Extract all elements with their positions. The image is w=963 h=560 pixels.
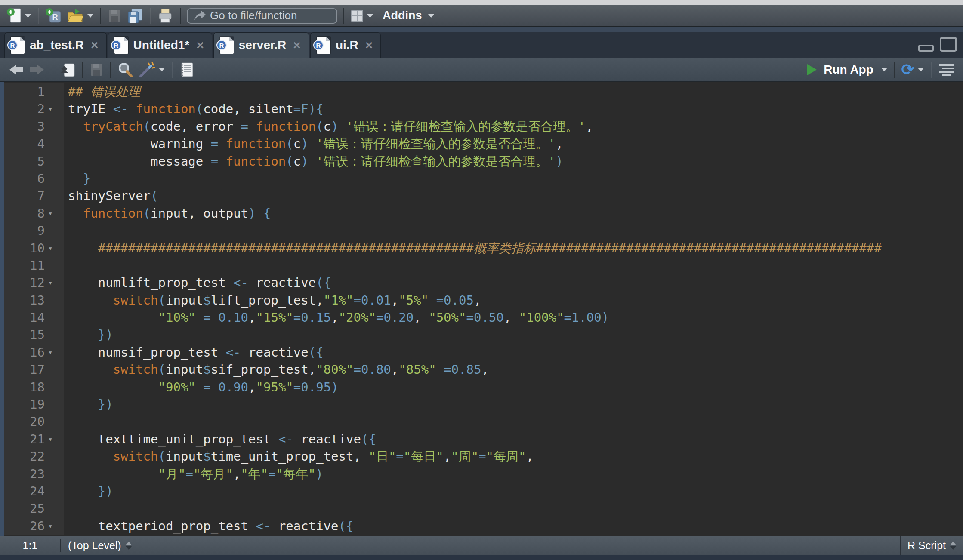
scope-selector[interactable]: (Top Level): [61, 539, 132, 552]
open-folder-icon: [67, 8, 84, 24]
document-outline-button[interactable]: [935, 62, 957, 77]
code-text[interactable]: textperiod_prop_test <- reactive({: [64, 517, 963, 535]
new-project-button[interactable]: R: [43, 6, 64, 25]
code-line[interactable]: 3 tryCatch(code, error = function(c) '错误…: [4, 118, 963, 135]
code-text[interactable]: }): [64, 326, 963, 343]
tab-untitled1-[interactable]: RUntitled1*×: [108, 32, 212, 58]
gutter-cell: 3: [4, 118, 64, 135]
code-line[interactable]: 8▾ function(input, output) {: [4, 205, 963, 222]
open-file-button[interactable]: [64, 7, 96, 25]
code-line[interactable]: 10▾ ####################################…: [4, 240, 963, 257]
save-button[interactable]: [105, 7, 124, 25]
code-text[interactable]: ## 错误处理: [64, 83, 963, 100]
code-text[interactable]: switch(input$sif_prop_test,"80%"=0.80,"8…: [64, 361, 963, 378]
fold-arrow-icon[interactable]: ▾: [48, 431, 64, 448]
code-area[interactable]: 1## 错误处理2▾tryIE <- function(code, silent…: [4, 83, 963, 535]
fold-arrow-icon[interactable]: ▾: [48, 274, 64, 291]
tab-ab-test-r[interactable]: Rab_test.R×: [4, 32, 107, 58]
reload-app-button[interactable]: ⟳: [899, 61, 926, 79]
code-text[interactable]: tryCatch(code, error = function(c) '错误：请…: [64, 118, 963, 135]
tab-ui-r[interactable]: Rui.R×: [310, 32, 381, 58]
find-replace-button[interactable]: [115, 61, 136, 79]
code-text[interactable]: }): [64, 483, 963, 500]
code-line[interactable]: 25: [4, 500, 963, 517]
line-number: 25: [4, 500, 48, 517]
code-line[interactable]: 2▾tryIE <- function(code, silent=F){: [4, 100, 963, 117]
code-line[interactable]: 20: [4, 413, 963, 430]
code-line[interactable]: 12▾ numlift_prop_test <- reactive({: [4, 274, 963, 291]
code-editor[interactable]: 1## 错误处理2▾tryIE <- function(code, silent…: [0, 82, 963, 536]
code-line[interactable]: 11: [4, 257, 963, 274]
code-text[interactable]: [64, 257, 963, 274]
code-line[interactable]: 19 }): [4, 396, 963, 413]
code-line[interactable]: 13 switch(input$lift_prop_test,"1%"=0.01…: [4, 292, 963, 309]
save-button[interactable]: [87, 61, 106, 78]
code-line[interactable]: 26▾ textperiod_prop_test <- reactive({: [4, 517, 963, 535]
code-line[interactable]: 18 "90%" = 0.90,"95%"=0.95): [4, 378, 963, 396]
code-text[interactable]: }: [64, 170, 963, 187]
code-text[interactable]: function(input, output) {: [64, 205, 963, 222]
code-text[interactable]: tryIE <- function(code, silent=F){: [64, 100, 963, 117]
code-line[interactable]: 4 warning = function(c) '错误：请仔细检查输入的参数是否…: [4, 135, 963, 152]
save-all-button[interactable]: [124, 6, 145, 25]
code-line[interactable]: 16▾ numsif_prop_test <- reactive({: [4, 344, 963, 361]
code-line[interactable]: 1## 错误处理: [4, 83, 963, 100]
file-type-selector[interactable]: R Script: [900, 536, 963, 555]
code-line[interactable]: 22 switch(input$time_unit_prop_test, "日"…: [4, 448, 963, 465]
code-text[interactable]: ########################################…: [64, 240, 963, 257]
code-line[interactable]: 21▾ texttime_unit_prop_test <- reactive(…: [4, 431, 963, 448]
save-icon: [90, 62, 103, 77]
fold-arrow-icon[interactable]: ▾: [48, 240, 64, 257]
code-text[interactable]: "月"="每月","年"="每年"): [64, 465, 963, 483]
fold-arrow-icon[interactable]: ▾: [48, 517, 64, 535]
code-line[interactable]: 6 }: [4, 170, 963, 187]
toolbar-separator: [38, 8, 38, 24]
addins-button[interactable]: Addins: [376, 8, 437, 24]
code-text[interactable]: numlift_prop_test <- reactive({: [64, 274, 963, 291]
minimize-pane-icon[interactable]: [918, 45, 934, 52]
code-tools-button[interactable]: [136, 60, 167, 79]
show-in-new-window-button[interactable]: [56, 61, 78, 79]
code-text[interactable]: [64, 413, 963, 430]
code-line[interactable]: 14 "10%" = 0.10,"15%"=0.15,"20%"=0.20, "…: [4, 309, 963, 326]
code-text[interactable]: texttime_unit_prop_test <- reactive({: [64, 431, 963, 448]
r-file-icon: R: [220, 37, 234, 54]
code-line[interactable]: 9: [4, 222, 963, 239]
code-line[interactable]: 7shinyServer(: [4, 187, 963, 204]
code-line[interactable]: 5 message = function(c) '错误：请仔细检查输入的参数是否…: [4, 153, 963, 170]
code-text[interactable]: switch(input$lift_prop_test,"1%"=0.01,"5…: [64, 292, 963, 309]
code-line[interactable]: 23 "月"="每月","年"="每年"): [4, 465, 963, 483]
code-line[interactable]: 17 switch(input$sif_prop_test,"80%"=0.80…: [4, 361, 963, 378]
compile-report-button[interactable]: [176, 60, 197, 79]
run-app-button[interactable]: Run App: [805, 62, 890, 78]
new-file-button[interactable]: [4, 6, 34, 25]
close-icon[interactable]: ×: [91, 39, 99, 52]
back-button[interactable]: [6, 62, 27, 77]
code-text[interactable]: numsif_prop_test <- reactive({: [64, 344, 963, 361]
toolbar-separator: [180, 8, 181, 24]
code-text[interactable]: warning = function(c) '错误：请仔细检查输入的参数是否合理…: [64, 135, 963, 152]
code-text[interactable]: [64, 500, 963, 517]
maximize-pane-icon[interactable]: [940, 37, 957, 52]
code-line[interactable]: 24 }): [4, 483, 963, 500]
code-text[interactable]: [64, 222, 963, 239]
close-icon[interactable]: ×: [196, 39, 204, 52]
close-icon[interactable]: ×: [365, 39, 373, 52]
code-line[interactable]: 15 }): [4, 326, 963, 343]
code-text[interactable]: shinyServer(: [64, 187, 963, 204]
code-text[interactable]: "90%" = 0.90,"95%"=0.95): [64, 378, 963, 396]
pane-layout-button[interactable]: [348, 8, 376, 24]
goto-file-function-box[interactable]: [187, 8, 337, 24]
fold-arrow-icon[interactable]: ▾: [48, 344, 64, 361]
code-text[interactable]: "10%" = 0.10,"15%"=0.15,"20%"=0.20, "50%…: [64, 309, 963, 326]
tab-server-r[interactable]: Rserver.R×: [213, 32, 309, 58]
fold-arrow-icon[interactable]: ▾: [48, 100, 64, 117]
print-button[interactable]: [154, 6, 176, 25]
forward-button[interactable]: [27, 62, 47, 77]
code-text[interactable]: message = function(c) '错误：请仔细检查输入的参数是否合理…: [64, 153, 963, 170]
fold-arrow-icon[interactable]: ▾: [48, 205, 64, 222]
code-text[interactable]: }): [64, 396, 963, 413]
goto-file-function-input[interactable]: [210, 9, 354, 22]
code-text[interactable]: switch(input$time_unit_prop_test, "日"="每…: [64, 448, 963, 465]
close-icon[interactable]: ×: [293, 39, 301, 52]
